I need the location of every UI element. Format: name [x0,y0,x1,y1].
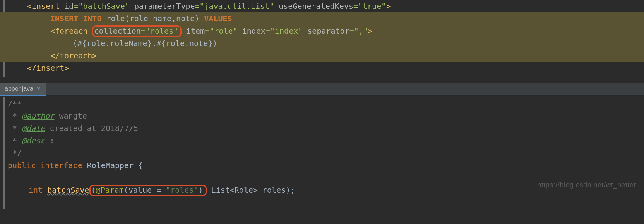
tag-open: <insert [27,2,64,11]
tab-mapper-java[interactable]: apper.java ✕ [0,83,46,96]
method-batchsave: batchSave [47,185,89,195]
code-line[interactable]: INSERT INTO role(role_name,note) VALUES [0,12,644,25]
code-line[interactable]: <insert id="batchSave" parameterType="ja… [0,0,644,12]
watermark-text: https://blog.csdn.net/wt_better [537,181,636,189]
xml-editor-pane[interactable]: <insert id="batchSave" parameterType="ja… [0,0,644,74]
code-line[interactable]: * @author wangte [0,110,644,122]
java-editor-pane[interactable]: /** * @author wangte * @date created at … [0,96,644,196]
code-line[interactable]: </insert> [0,62,644,74]
code-line[interactable]: </foreach> [0,49,644,62]
highlight-collection-roles: collection="roles" [92,25,182,37]
code-line[interactable]: /** [0,97,644,110]
javadoc-desc: @desc [22,136,45,145]
code-line[interactable]: (#{role.roleName},#{role.note}) [0,37,644,49]
close-icon[interactable]: ✕ [36,86,41,92]
code-line[interactable]: public interface RoleMapper { [0,159,644,171]
editor-tabs: apper.java ✕ [0,83,644,96]
javadoc-author: @author [22,111,54,120]
tab-label: apper.java [5,85,33,92]
code-line[interactable]: * @date created at 2018/7/5 [0,122,644,134]
code-line[interactable]: <foreach collection="roles" item="role" … [0,25,644,37]
highlight-param-roles: (@Param(value = "roles") [89,185,207,196]
javadoc-date: @date [22,124,45,133]
code-line[interactable]: */ [0,147,644,159]
code-line[interactable]: * @desc : [0,134,644,147]
